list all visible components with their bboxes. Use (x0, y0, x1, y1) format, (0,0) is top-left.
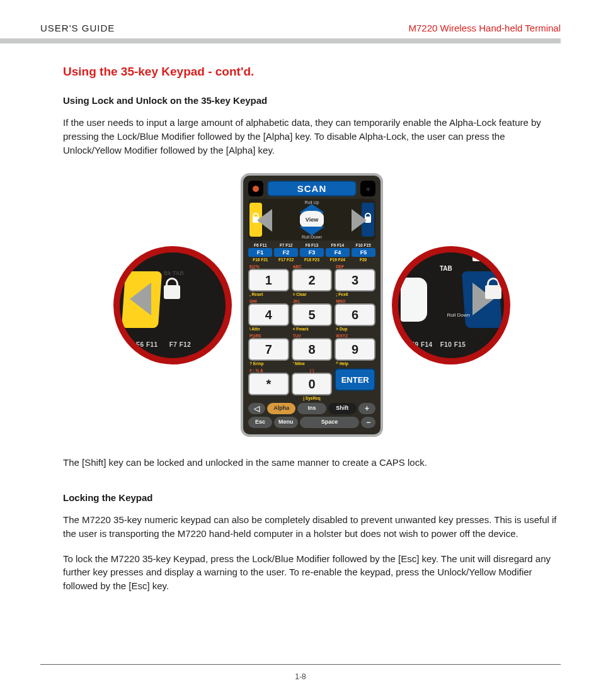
shift-key: Shift (328, 403, 357, 414)
down-arrow-key (299, 227, 324, 235)
key-alpha-label: # : % & (249, 368, 263, 373)
keypad-full: SCAN ☼ Roll Up View Roll Down F6 F11 (241, 173, 383, 437)
roll-down-label: Roll Down (447, 313, 470, 318)
num-cell: ( )0| SysReq (292, 368, 333, 400)
paragraph-shift-caps: The [Shift] key can be locked and unlock… (63, 456, 561, 470)
section-title: Using the 35-key Keypad - cont'd. (63, 65, 561, 79)
num-key-9: 9 (335, 338, 375, 361)
subsection-lock-unlock-heading: Using Lock and Unlock on the 35-key Keyp… (63, 95, 561, 106)
power-icon (253, 186, 259, 192)
fn-label: F9 F14 (325, 243, 350, 247)
key-sub-label: > Dup (335, 326, 375, 331)
num-key-2: 2 (292, 269, 333, 291)
num-cell: MNO6> Dup (335, 299, 375, 331)
num-cell: GHI4\ Attn (248, 299, 289, 331)
fn-label: F6 F11 (136, 341, 158, 348)
unlock-icon (164, 285, 180, 299)
bk-tab-label: Bk TAB (164, 270, 184, 276)
footer-divider (40, 664, 561, 665)
view-key: View (300, 211, 324, 229)
key-sub-label: ? Erinp (248, 361, 289, 366)
num-key-7: 7 (248, 338, 289, 361)
fn-label: F8 F13 (300, 243, 324, 247)
num-key-1: 1 (248, 269, 289, 291)
key-sub-label: \ Attn (248, 326, 289, 331)
fn-label: F20 (351, 257, 375, 262)
minus-key: − (361, 417, 375, 428)
key-sub-label: ^ Help (335, 361, 375, 366)
zoom-right-lock: TAB Roll Down F9 F14 F10 F15 (392, 246, 510, 364)
num-key-6: 6 (335, 303, 375, 326)
adjacent-key (401, 278, 427, 322)
key-alpha-label: JKL (293, 299, 300, 303)
fn-keys-row: F1 F2 F3 F4 F5 (248, 248, 375, 257)
num-cell: JKL5< Fmark (292, 299, 333, 331)
esc-key: Esc (248, 417, 272, 428)
num-cell: $@%1, Reset (248, 264, 289, 296)
header-left: USER'S GUIDE (40, 23, 115, 33)
num-cell: PQRS7? Erinp (248, 334, 289, 366)
alpha-key: Alpha (267, 403, 295, 414)
plus-key: + (358, 403, 375, 414)
num-key-4: 4 (248, 303, 289, 326)
fn-key: F5 (352, 248, 375, 257)
num-cell: WXYZ9^ Help (335, 334, 375, 366)
zoom-left-unlock: Bk TAB F6 F11 F7 F12 (113, 246, 232, 364)
num-key-8: 8 (292, 338, 333, 361)
roll-down-label: Roll Down (302, 235, 322, 239)
ins-key: Ins (297, 403, 326, 414)
subsection-locking-keypad-heading: Locking the Keypad (63, 492, 561, 503)
num-key-3: 3 (335, 269, 375, 291)
key-alpha-label: ABC (293, 264, 302, 269)
left-arrow-key (130, 283, 151, 315)
key-alpha-label: GHI (249, 299, 257, 303)
fn-labels-bottom: F16 F21 F17 F22 F18 F23 F19 F24 F20 (248, 257, 375, 262)
key-alpha-label: TUV (293, 334, 301, 338)
fn-label: F18 F23 (300, 257, 324, 262)
keypad-figure-row: Bk TAB F6 F11 F7 F12 SCAN ☼ Roll Up (63, 173, 561, 437)
content-area: Using the 35-key Keypad - cont'd. Using … (40, 65, 561, 593)
lock-icon (485, 285, 501, 299)
document-page: USER'S GUIDE M7220 Wireless Hand-held Te… (0, 0, 601, 700)
tab-label: TAB (440, 265, 452, 272)
fn-label: F7 F12 (169, 341, 192, 348)
key-sub-label (248, 395, 289, 396)
key-sub-label: = Clear (292, 291, 333, 296)
paragraph-lock-unlock: If the user needs to input a large amoun… (63, 116, 561, 157)
num-key-star: * (248, 373, 289, 395)
power-key (248, 181, 263, 196)
key-alpha-label: MNO (336, 299, 345, 303)
nav-cluster: Roll Up View Roll Down (248, 199, 375, 240)
right-fn-labels: F9 F14 F10 F15 (411, 341, 466, 348)
key-sub-label: < Fmark (292, 326, 333, 331)
fn-label: F19 F24 (325, 257, 350, 262)
fn-label: F6 F11 (248, 243, 273, 247)
key-alpha-label: PQRS (249, 334, 261, 338)
paragraph-locking-2: To lock the M7220 35-key Keypad, press t… (63, 552, 561, 593)
key-sub-label: , Reset (248, 291, 289, 296)
paragraph-locking-1: The M7220 35-key numeric keypad can also… (63, 513, 561, 541)
numeric-keys: $@%1, Reset ABC2= Clear DEF3; Fexit GHI4… (248, 264, 375, 400)
fn-label: F10 F15 (351, 243, 375, 247)
fn-key: F2 (274, 248, 298, 257)
num-cell: ABC2= Clear (292, 264, 333, 296)
key-sub-label: ' Nline (292, 361, 333, 366)
left-arrow-key (257, 209, 272, 232)
scan-key: SCAN (267, 181, 357, 196)
light-key: ☼ (360, 181, 375, 196)
unlock-icon (472, 249, 483, 261)
bottom-row-1: ◁ Alpha Ins Shift + (248, 403, 375, 414)
fn-label: F10 F15 (440, 341, 466, 348)
left-fn-labels: F6 F11 F7 F12 (136, 341, 191, 348)
key-sub-label: ; Fexit (335, 291, 375, 296)
back-key: ◁ (248, 403, 265, 414)
key-alpha-label: ( ) (310, 368, 314, 373)
num-key-0: 0 (292, 373, 333, 395)
fn-key: F3 (300, 248, 324, 257)
fn-key: F1 (248, 248, 272, 257)
num-cell: DEF3; Fexit (335, 264, 375, 296)
page-number: 1-8 (295, 672, 306, 681)
key-sub-label: | SysReq (292, 395, 333, 400)
fn-key: F4 (326, 248, 350, 257)
key-alpha-label: WXYZ (336, 334, 348, 338)
